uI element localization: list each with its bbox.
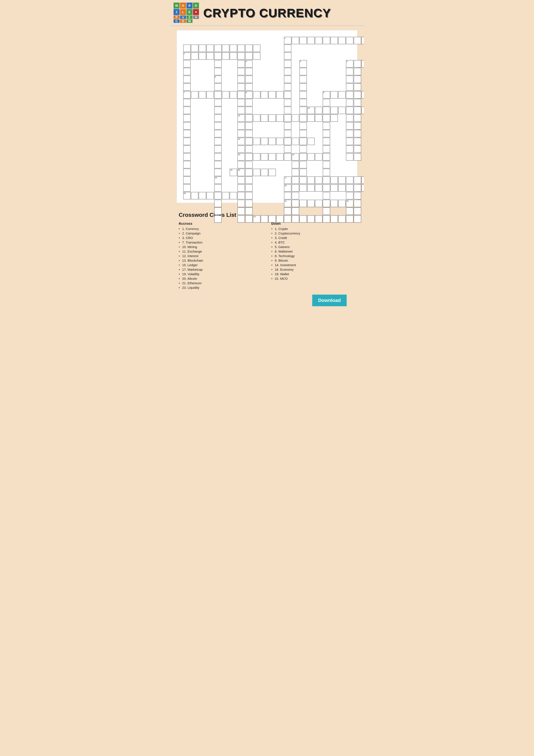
clue-item: 2. Campaign: [179, 231, 263, 235]
crossword-cell: [238, 83, 245, 91]
clues-section: Crossword Clues List Accross 1. Currency…: [170, 207, 364, 319]
crossword-cell: [214, 115, 221, 122]
crossword-cell: [261, 215, 268, 223]
crossword-cell: [346, 122, 353, 129]
crossword-cell: [338, 215, 345, 223]
crossword-cell: [245, 107, 253, 114]
crossword-cell: [346, 99, 353, 106]
crossword-cell: [238, 52, 245, 60]
crossword-cell: [323, 176, 330, 184]
crossword-cell: [354, 68, 361, 75]
crossword-cell: [299, 122, 307, 129]
crossword-cell: [346, 153, 353, 161]
crossword-cell: [214, 107, 221, 114]
clue-item: 4. BTC: [271, 240, 355, 244]
crossword-cell: 9: [323, 91, 330, 98]
clue-item: 10. Mining: [179, 245, 263, 249]
crossword-cell: [307, 115, 315, 122]
crossword-cell: [284, 99, 291, 106]
logo-cell: C: [173, 19, 180, 23]
crossword-cell: [183, 161, 191, 168]
clue-item: 12. Interest: [179, 254, 263, 258]
crossword-cell: [253, 44, 260, 52]
crossword-cell: [199, 91, 206, 98]
crossword-cell: [331, 37, 338, 44]
crossword-cell: [238, 99, 245, 106]
crossword-cell: [245, 115, 253, 122]
crossword-cell: [299, 68, 307, 75]
crossword-cell: [268, 215, 276, 223]
crossword-cell: [207, 91, 214, 98]
crossword-cell: [238, 176, 245, 184]
crossword-cell: [183, 184, 191, 192]
crossword-cell: [354, 130, 361, 137]
crossword-cell: [331, 200, 338, 207]
crossword-cell: [354, 37, 361, 44]
crossword-cell: [268, 153, 276, 161]
clue-item: 19. Volatility: [179, 272, 263, 276]
crossword-cell: [214, 68, 221, 75]
crossword-cell: [276, 115, 284, 122]
crossword-cell: [354, 83, 361, 91]
crossword-cell: [307, 184, 315, 192]
crossword-cell: [230, 91, 237, 98]
crossword-cell: [323, 192, 330, 199]
crossword-cell: [299, 176, 307, 184]
crossword-cell: 1: [284, 37, 291, 44]
crossword-cell: [245, 76, 253, 83]
crossword-cell: [183, 169, 191, 176]
crossword-cell: [214, 122, 221, 129]
clue-item: 16. Economy: [271, 268, 355, 271]
crossword-cell: [222, 192, 229, 199]
crossword-cell: [191, 192, 198, 199]
crossword-cell: [315, 115, 322, 122]
crossword-cell: [284, 76, 291, 83]
crossword-cell: [245, 161, 253, 168]
crossword-cell: [230, 52, 237, 60]
crossword-container: /* Helper to position cells */ // We'll …: [177, 30, 357, 203]
clue-item: 3. Credit: [271, 236, 355, 240]
crossword-cell: [354, 107, 361, 114]
download-button[interactable]: Download: [312, 295, 347, 306]
crossword-cell: [323, 207, 330, 215]
crossword-cell: [230, 192, 237, 199]
crossword-cell: [354, 76, 361, 83]
crossword-cell: [214, 153, 221, 161]
down-clues-column: Down 1. Crypto 2. Cryptocurrency 3. Cred…: [271, 222, 355, 290]
crossword-cell: [261, 115, 268, 122]
crossword-cell: 5: [299, 60, 307, 68]
clue-item: 23. Liquidity: [179, 286, 263, 289]
crossword-cell: [299, 91, 307, 98]
crossword-cell: [331, 115, 338, 122]
crossword-cell: [307, 215, 315, 223]
crossword-cell: [276, 215, 284, 223]
crossword-cell: [315, 215, 322, 223]
crossword-cell: [230, 44, 237, 52]
crossword-cell: 11: [238, 115, 245, 122]
clue-item: 5. Gainers: [271, 245, 355, 249]
crossword-cell: [214, 83, 221, 91]
crossword-cell: [323, 169, 330, 176]
across-clues-column: Accross 1. Currency 2. Campaign 3. CRO 7…: [179, 222, 263, 290]
crossword-cell: [299, 215, 307, 223]
crossword-cell: [253, 153, 260, 161]
crossword-cell: [284, 215, 291, 223]
crossword-cell: [331, 91, 338, 98]
crossword-cell: [299, 99, 307, 106]
crossword-cell: [323, 130, 330, 137]
crossword-cell: [299, 153, 307, 161]
crossword-cell: [268, 138, 276, 145]
crossword-cell: [284, 153, 291, 161]
clue-item: 2. Cryptocurrency: [271, 231, 355, 235]
crossword-cell: [323, 153, 330, 161]
crossword-cell: [268, 169, 276, 176]
crossword-cell: [238, 215, 245, 223]
crossword-cell: [199, 52, 206, 60]
crossword-cell: [323, 99, 330, 106]
crossword-cell: [331, 107, 338, 114]
logo-cell: R: [187, 3, 192, 9]
crossword-cell: [354, 60, 361, 68]
crossword-cell: [346, 107, 353, 114]
down-clues-list: Down 1. Crypto 2. Cryptocurrency 3. Cred…: [271, 222, 355, 281]
crossword-cell: [183, 176, 191, 184]
